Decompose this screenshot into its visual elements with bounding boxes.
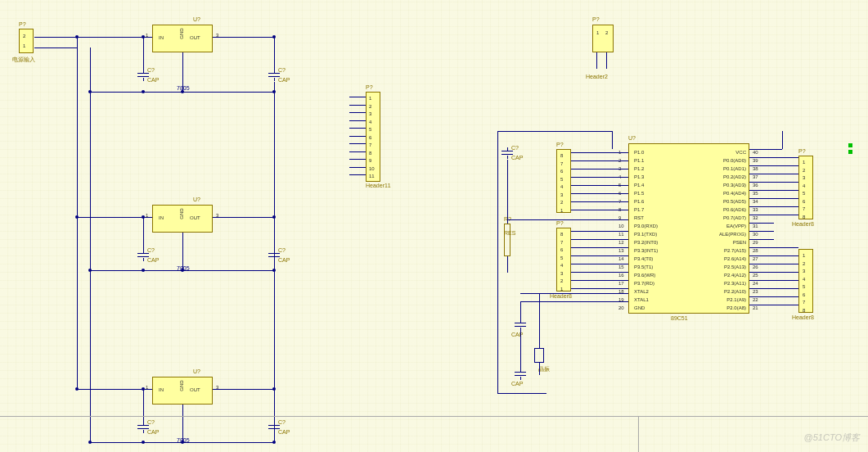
mcu-rnum-30: 30 [753, 231, 758, 237]
crystal[interactable] [534, 348, 544, 363]
power-pin2: 2 [23, 33, 25, 39]
mcu-lname-1: P1.0 [634, 149, 644, 156]
mcu-rname-40: VCC [700, 149, 746, 156]
mcu-rnum-22: 22 [753, 296, 758, 303]
capm3-part: CAP [511, 381, 523, 386]
mcu-rnum-32: 32 [753, 215, 758, 221]
mcu-lname-15: P3.5(T1) [634, 264, 653, 270]
mcu-lname-20: GND [634, 305, 645, 311]
xtal-part: 晶振 [538, 365, 550, 373]
header8-p2[interactable] [798, 249, 813, 313]
h8p0-ref: P? [798, 148, 806, 154]
res-part: RES [504, 230, 515, 236]
reg3-out: OUT [190, 386, 200, 393]
reg2-ref: U? [193, 197, 200, 202]
mcu-rname-30: ALE(PROG) [700, 231, 746, 237]
reg2-gnd: GND [178, 208, 185, 219]
capm1-ref: C? [511, 145, 519, 151]
mcu-rnum-37: 37 [753, 174, 758, 180]
mcu-lname-2: P1.1 [634, 157, 644, 164]
cap5-ref: C? [147, 419, 155, 425]
reg1-gnd: GND [178, 28, 185, 38]
header8-p1[interactable] [556, 149, 571, 213]
header2[interactable] [592, 25, 614, 52]
mcu-rnum-35: 35 [753, 190, 758, 197]
mcu-lname-18: XTAL2 [634, 288, 649, 295]
reg1-ref: U? [193, 16, 200, 22]
mcu-lnum-16: 16 [618, 272, 624, 278]
mcu-lnum-15: 15 [618, 264, 624, 270]
cap4-ref: C? [278, 247, 286, 253]
h11-pin-5: 5 [369, 126, 371, 133]
h11-pin-9: 9 [369, 157, 371, 164]
h11-pin-11: 11 [369, 173, 375, 179]
h11-pin-1: 1 [369, 95, 371, 102]
h8p3-part: Header8 [550, 293, 572, 299]
mcu-ref: U? [628, 135, 636, 141]
watermark: @51CTO博客 [804, 432, 860, 444]
capm2-part: CAP [511, 332, 523, 337]
mcu-rname-33: P0.6(AD6) [700, 206, 746, 213]
mcu-rname-26: P2.5(A13) [700, 264, 746, 270]
mcu-lname-19: XTAL1 [634, 296, 649, 303]
mcu-rnum-25: 25 [753, 272, 758, 278]
h11-pin-8: 8 [369, 150, 371, 156]
mcu-rnum-23: 23 [753, 288, 758, 295]
mcu-rnum-21: 21 [753, 305, 758, 311]
selection-handle[interactable] [848, 150, 852, 154]
mcu-rname-36: P0.3(AD3) [700, 182, 746, 188]
mcu-rname-21: P2.0(A8) [700, 305, 746, 311]
header8-p0[interactable] [798, 156, 813, 219]
mcu-rname-35: P0.4(AD4) [700, 190, 746, 197]
h11-pin-7: 7 [369, 142, 371, 148]
reg3-in: IN [159, 386, 164, 393]
mcu-lname-14: P3.4(T0) [634, 255, 653, 262]
mcu-rname-23: P2.2(A10) [700, 288, 746, 295]
power-pin1: 1 [23, 43, 25, 49]
mcu-rname-27: P2.6(A14) [700, 255, 746, 262]
mcu-rnum-39: 39 [753, 157, 758, 164]
reg2-out: OUT [190, 215, 200, 221]
resistor[interactable] [504, 224, 510, 256]
cap2-ref: C? [278, 67, 286, 73]
mcu-lname-12: P3.2(INT0) [634, 239, 658, 246]
mcu-rnum-29: 29 [753, 239, 758, 246]
h11-ref: P? [366, 84, 373, 90]
mcu-rnum-28: 28 [753, 247, 758, 254]
h11-pin-2: 2 [369, 103, 371, 110]
mcu-rnum-31: 31 [753, 223, 758, 229]
mcu-lnum-14: 14 [618, 255, 624, 262]
mcu-rnum-38: 38 [753, 165, 758, 172]
reg3-gnd: GND [178, 380, 185, 391]
mcu-rname-39: P0.0(AD0) [700, 157, 746, 164]
cap1-ref: C? [147, 67, 155, 73]
mcu-lnum-10: 10 [618, 223, 624, 229]
mcu-lname-10: P3.0(RXD) [634, 223, 658, 229]
power-ref: P? [19, 21, 26, 27]
selection-handle[interactable] [848, 143, 852, 147]
schematic-canvas[interactable]: P? 2 1 电源输入 U? IN GND OUT 1 3 7805 C? CA… [0, 0, 868, 452]
cap6-part: CAP [278, 429, 290, 435]
cap5-part: CAP [147, 429, 159, 435]
reg2-in: IN [159, 215, 164, 221]
mcu-lname-3: P1.2 [634, 165, 644, 172]
reg3-ref: U? [193, 368, 200, 374]
h2-ref: P? [592, 16, 600, 22]
header8-p3[interactable] [556, 228, 571, 292]
mcu-lname-6: P1.5 [634, 190, 644, 197]
power-connector[interactable] [19, 29, 34, 53]
mcu-lname-11: P3.1(TXD) [634, 231, 657, 237]
cap3-part: CAP [147, 257, 159, 263]
mcu-lnum-11: 11 [618, 231, 624, 237]
reg1-out: OUT [190, 34, 200, 41]
h8p2-part: Header8 [792, 314, 814, 320]
h11-part: Header11 [366, 183, 391, 188]
h11-pin-10: 10 [369, 165, 375, 172]
mcu-rnum-34: 34 [753, 198, 758, 205]
cap2-part: CAP [278, 77, 290, 83]
mcu-rname-38: P0.1(AD1) [700, 165, 746, 172]
h8p0-part: Header8 [792, 221, 814, 227]
mcu-lname-16: P3.6(WR) [634, 272, 655, 278]
h2-part: Header2 [586, 74, 608, 79]
mcu-rname-25: P2.4(A12) [700, 272, 746, 278]
